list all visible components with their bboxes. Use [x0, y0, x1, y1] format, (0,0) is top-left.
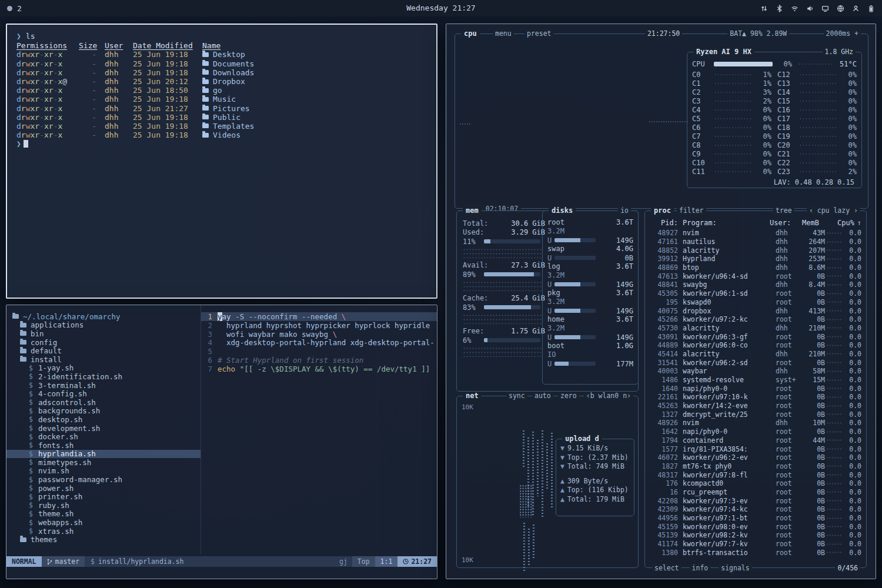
process-row[interactable]: 1794containerdroot44M0.0: [651, 436, 861, 445]
tree-item--local-share-omarchy[interactable]: ~/.local/share/omarchy: [6, 312, 201, 321]
process-row[interactable]: 46072kworker/u96:2-evroot0B0.0: [651, 453, 861, 462]
menu-button[interactable]: menu: [493, 29, 514, 38]
tree-item-hyprlandia-sh[interactable]: $hyprlandia.sh: [6, 450, 201, 459]
tree-item-docker-sh[interactable]: $docker.sh: [6, 432, 201, 441]
io-toggle[interactable]: io: [618, 206, 631, 215]
process-row[interactable]: 48841swaybgdhh8.4M0.0: [651, 280, 861, 289]
process-row[interactable]: 1642napi/phy0-0root0B0.0: [651, 427, 861, 436]
process-row[interactable]: 48852alacrittydhh207M0.0: [651, 246, 861, 255]
display-icon[interactable]: [821, 5, 829, 12]
mem-panel-title[interactable]: mem: [463, 206, 482, 215]
tree-toggle[interactable]: tree: [773, 206, 794, 215]
process-row[interactable]: 45263kworker/14:2-everoot0B0.0: [651, 402, 861, 410]
topbar-clock[interactable]: Wednesday 21:27: [406, 0, 475, 16]
editor-line[interactable]: 2 hyprland hyprshot hyprpicker hyprlock …: [201, 321, 437, 330]
col-program[interactable]: Program:: [678, 219, 769, 227]
net-interface[interactable]: ‹b wlan0 n›: [584, 392, 633, 400]
process-row[interactable]: 176kcompactd0root0B0.0: [651, 479, 861, 488]
process-row[interactable]: 48926nvimdhh10M0.0: [651, 419, 861, 427]
process-row[interactable]: 48869btopdhh8.6M0.0: [651, 263, 861, 272]
process-row[interactable]: 48317kworker/u97:8-flroot0B0.0: [651, 470, 861, 479]
process-row[interactable]: 42309kworker/u97:4-kcroot0B0.0: [651, 505, 861, 514]
proc-panel-title[interactable]: proc: [651, 206, 674, 215]
wifi-icon[interactable]: [791, 5, 799, 12]
editor-line[interactable]: 1yay -S --noconfirm --needed \: [201, 312, 437, 321]
process-row[interactable]: 48927nvimdhh43M0.0: [651, 229, 861, 238]
process-row[interactable]: 45305kworker/u96:1-sdroot0B0.0: [651, 289, 861, 298]
process-row[interactable]: 16rcu_preemptroot0B0.0: [651, 488, 861, 497]
process-row[interactable]: 42208kworker/u97:3-evroot0B0.0: [651, 496, 861, 505]
workspace-indicator[interactable]: 2: [7, 4, 22, 13]
battery-icon[interactable]: [867, 5, 875, 12]
update-interval[interactable]: 2000ms +: [824, 29, 861, 38]
net-panel-title[interactable]: net: [463, 392, 482, 400]
editor-line[interactable]: 3 wofi waybar mako swaybg \: [201, 330, 437, 339]
tree-item-power-sh[interactable]: $power.sh: [6, 484, 201, 493]
user-icon[interactable]: [852, 5, 860, 12]
tree-item-1-yay-sh[interactable]: $1-yay.sh: [6, 364, 201, 373]
tree-item-4-config-sh[interactable]: $4-config.sh: [6, 389, 201, 398]
process-row[interactable]: 22161kworker/u97:10-kroot0B0.0: [651, 393, 861, 402]
editor-line[interactable]: 4 xdg-desktop-portal-hyprland xdg-deskto…: [201, 338, 437, 347]
tree-item-fonts-sh[interactable]: $fonts.sh: [6, 441, 201, 450]
process-row[interactable]: 1577irq/81-PIXA3854:root0B0.0: [651, 445, 861, 453]
tree-item-default[interactable]: default: [6, 346, 201, 355]
col-pid[interactable]: Pid:: [651, 219, 678, 227]
tree-item-adscontrol-sh[interactable]: $adscontrol.sh: [6, 398, 201, 407]
tree-item-config[interactable]: config: [6, 338, 201, 347]
process-row[interactable]: 1380btrfs-transactioroot0B0.0: [651, 548, 861, 557]
tree-item-bin[interactable]: bin: [6, 329, 201, 338]
process-row[interactable]: 47161nautilusdhh264M0.0: [651, 238, 861, 246]
process-row[interactable]: 45730alacrittydhh210M0.0: [651, 324, 861, 333]
preset-button[interactable]: preset: [524, 29, 554, 38]
editor-line[interactable]: 5: [201, 347, 437, 356]
process-row[interactable]: 1327dmcrypt_write/25root0B0.0: [651, 410, 861, 419]
editor-line[interactable]: 6# Start Hyprland on first session: [201, 356, 437, 365]
process-row[interactable]: 40003waybardhh58M0.0: [651, 367, 861, 376]
shell-input-line[interactable]: ❯: [16, 139, 427, 148]
process-row[interactable]: 43091kworker/u96:3-gfroot0B0.0: [651, 332, 861, 341]
process-row[interactable]: 44889kworker/u96:0-coroot0B0.0: [651, 341, 861, 350]
process-row[interactable]: 1486systemd-resolvesyst+15M0.0: [651, 376, 861, 385]
volume-icon[interactable]: [806, 5, 814, 12]
net-sync-toggle[interactable]: sync: [506, 392, 527, 400]
info-button[interactable]: info: [690, 564, 711, 572]
tree-item-printer-sh[interactable]: $printer.sh: [6, 492, 201, 501]
sort-mode[interactable]: ‹ cpu lazy ›: [807, 206, 860, 215]
tree-item-xtras-sh[interactable]: $xtras.sh: [6, 527, 201, 536]
tree-item-password-manager-sh[interactable]: $password-manager.sh: [6, 475, 201, 484]
tree-item-install[interactable]: install: [6, 355, 201, 364]
process-row[interactable]: 39912Hyprlanddhh253M0.0: [651, 255, 861, 263]
cpu-panel-title[interactable]: cpu: [461, 29, 480, 38]
process-row[interactable]: 40075dropboxdhh413M0.0: [651, 306, 861, 315]
tree-item-backgrounds-sh[interactable]: $backgrounds.sh: [6, 407, 201, 416]
process-row[interactable]: 47613kworker/u96:4-sdroot0B0.0: [651, 272, 861, 280]
tree-item-mimetypes-sh[interactable]: $mimetypes.sh: [6, 458, 201, 467]
net-zero-toggle[interactable]: zero: [558, 392, 579, 400]
tree-item-ruby-sh[interactable]: $ruby.sh: [6, 501, 201, 510]
tree-item-3-terminal-sh[interactable]: $3-terminal.sh: [6, 381, 201, 390]
sync-icon[interactable]: [760, 5, 768, 12]
globe-icon[interactable]: [837, 5, 844, 12]
process-row[interactable]: 41174kworker/u97:7-kvroot0B0.0: [651, 540, 861, 549]
git-branch[interactable]: master: [42, 556, 85, 567]
process-row[interactable]: 31541kworker/u96:2-sdroot0B0.0: [651, 358, 861, 367]
select-button[interactable]: select: [652, 564, 681, 572]
tree-item-webapps-sh[interactable]: $webapps.sh: [6, 518, 201, 527]
filter-button[interactable]: filter: [677, 206, 706, 215]
process-row[interactable]: 1827mt76-tx phy0root0B0.0: [651, 462, 861, 471]
tree-item-development-sh[interactable]: $development.sh: [6, 424, 201, 433]
bluetooth-icon[interactable]: [776, 5, 783, 12]
tree-item-nvim-sh[interactable]: $nvim.sh: [6, 467, 201, 476]
tree-item-2-identification-sh[interactable]: $2-identification.sh: [6, 372, 201, 381]
disks-title[interactable]: disks: [549, 206, 576, 215]
col-cpu[interactable]: Cpu%: [836, 219, 854, 227]
signals-button[interactable]: signals: [719, 564, 751, 572]
tree-item-themes[interactable]: themes: [6, 535, 201, 544]
process-row[interactable]: 45139kworker/u98:2-kvroot0B0.0: [651, 531, 861, 540]
process-row[interactable]: 45159kworker/u98:0-evroot0B0.0: [651, 522, 861, 531]
process-row[interactable]: 1640napi/phy0-0root0B0.0: [651, 384, 861, 393]
process-row[interactable]: 45266kworker/u97:2-kcroot0B0.0: [651, 315, 861, 324]
tree-item-theme-sh[interactable]: $theme.sh: [6, 510, 201, 519]
process-row[interactable]: 195kswapd0root0B0.0: [651, 298, 861, 307]
